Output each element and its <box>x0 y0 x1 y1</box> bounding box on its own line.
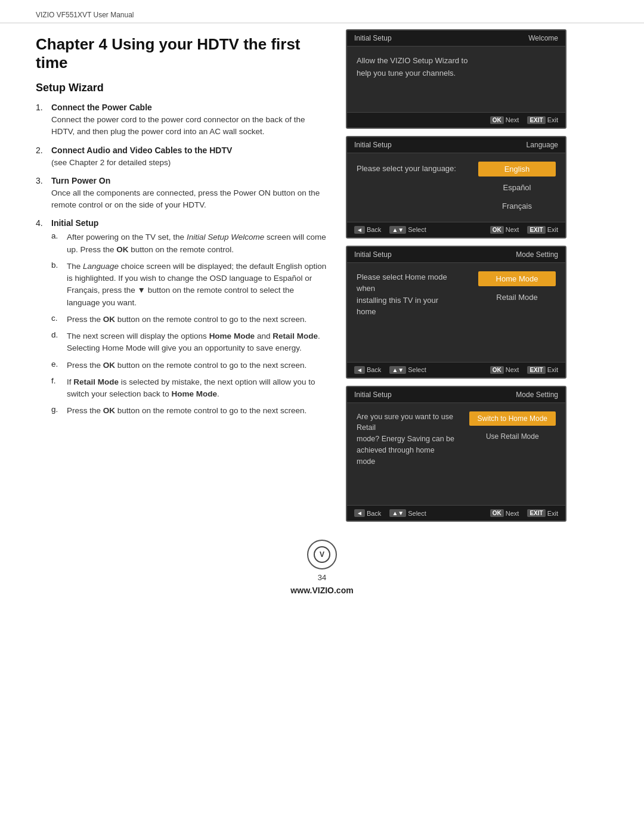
language-label: Please select your language: <box>357 164 456 173</box>
language-option-espanol: Español <box>478 180 556 195</box>
mode-panel: Initial Setup Mode Setting Please select… <box>346 246 566 379</box>
step-number-1: 1. <box>36 103 47 138</box>
language-panel-footer: ◄ Back ▲▼ Select OK Next EXIT Ex <box>347 222 565 237</box>
sub-letter-a: a. <box>51 231 62 256</box>
language-next-btn: OK Next <box>490 226 519 234</box>
back-key-2: ◄ <box>354 366 365 374</box>
vizio-logo-svg: V <box>313 546 331 563</box>
mode-options: Home Mode Retail Mode <box>478 271 556 305</box>
mode-select-label: Select <box>408 366 426 373</box>
sub-letter-f: f. <box>51 376 62 401</box>
mode-panel-header: Initial Setup Mode Setting <box>347 247 565 263</box>
language-panel: Initial Setup Language Please select you… <box>346 136 566 239</box>
step-body-2: (see Chapter 2 for detailed steps) <box>51 157 328 169</box>
switch-panel-header: Initial Setup Mode Setting <box>347 387 565 403</box>
step-body-1: Connect the power cord to the power cord… <box>51 114 328 138</box>
right-column: Initial Setup Welcome Allow the VIZIO Se… <box>346 29 566 522</box>
mode-option-retail: Retail Mode <box>478 290 556 305</box>
mode-back-btn: ◄ Back <box>354 366 381 374</box>
language-option-francais: Français <box>478 199 556 213</box>
exit-key-2: EXIT <box>527 226 545 234</box>
language-header-left: Initial Setup <box>354 141 392 149</box>
back-key-1: ◄ <box>354 226 365 234</box>
mode-option-home: Home Mode <box>478 271 556 286</box>
switch-exit-btn: EXIT Exit <box>527 509 558 517</box>
welcome-panel-footer: OK Next EXIT Exit <box>347 112 565 128</box>
welcome-next-btn: OK Next <box>490 116 519 124</box>
mode-next-label: Next <box>506 366 519 373</box>
language-option-english: English <box>478 162 556 176</box>
ok-key-3: OK <box>490 366 504 374</box>
step-2: 2. Connect Audio and Video Cables to the… <box>36 145 328 169</box>
mode-panel-footer: ◄ Back ▲▼ Select OK Next EXIT Ex <box>347 362 565 377</box>
switch-back-btn: ◄ Back <box>354 509 381 517</box>
switch-panel-footer: ◄ Back ▲▼ Select OK Next EXIT Ex <box>347 505 565 521</box>
mode-exit-btn: EXIT Exit <box>527 366 558 374</box>
mode-footer-left: ◄ Back ▲▼ Select <box>354 366 426 374</box>
page-content: Chapter 4 Using your HDTV the first time… <box>0 29 644 522</box>
mode-label: Please select Home mode wheninstalling t… <box>357 271 458 318</box>
switch-label: Are you sure you want to use Retailmode?… <box>357 411 455 467</box>
welcome-panel: Initial Setup Welcome Allow the VIZIO Se… <box>346 29 566 129</box>
welcome-panel-body: Allow the VIZIO Setup Wizard tohelp you … <box>347 47 565 112</box>
switch-options: Switch to Home Mode Use Retail Mode <box>469 411 556 444</box>
sub-text-d: The next screen will display the options… <box>67 330 328 355</box>
switch-select-btn: ▲▼ Select <box>389 509 426 517</box>
sub-letter-c: c. <box>51 314 62 326</box>
select-key-1: ▲▼ <box>389 226 406 234</box>
language-back-btn: ◄ Back <box>354 226 381 234</box>
svg-text:V: V <box>320 550 324 559</box>
language-select-label: Select <box>408 226 426 233</box>
step-content-3: Turn Power On Once all the components ar… <box>51 176 328 212</box>
switch-next-label: Next <box>506 510 519 517</box>
sub-letter-d: d. <box>51 330 62 355</box>
mode-header-right: Mode Setting <box>516 250 558 259</box>
sub-item-e: e. Press the OK button on the remote con… <box>51 360 328 371</box>
website-url: www.VIZIO.com <box>290 586 353 595</box>
step-1: 1. Connect the Power Cable Connect the p… <box>36 103 328 138</box>
language-panel-header: Initial Setup Language <box>347 137 565 153</box>
step-number-2: 2. <box>36 145 47 169</box>
step-title-1: Connect the Power Cable <box>51 103 328 112</box>
step-3: 3. Turn Power On Once all the components… <box>36 176 328 212</box>
step-title-4: Initial Setup <box>51 218 328 228</box>
language-options: English Español Français <box>478 162 556 213</box>
sub-list: a. After powering on the TV set, the Ini… <box>51 231 328 417</box>
step-number-4: 4. <box>36 218 47 422</box>
exit-key-4: EXIT <box>527 509 545 517</box>
sub-item-a: a. After powering on the TV set, the Ini… <box>51 231 328 256</box>
mode-next-btn: OK Next <box>490 366 519 374</box>
mode-exit-label: Exit <box>547 366 558 373</box>
language-footer-right: OK Next EXIT Exit <box>490 226 558 234</box>
sub-text-f: If Retail Mode is selected by mistake, t… <box>67 376 328 401</box>
mode-panel-spacer <box>347 326 565 362</box>
sub-item-f: f. If Retail Mode is selected by mistake… <box>51 376 328 401</box>
exit-key-1: EXIT <box>527 116 545 124</box>
switch-exit-label: Exit <box>547 510 558 517</box>
step-number-3: 3. <box>36 176 47 212</box>
manual-title: VIZIO VF551XVT User Manual <box>36 11 134 19</box>
step-list: 1. Connect the Power Cable Connect the p… <box>36 103 328 422</box>
back-key-3: ◄ <box>354 509 365 517</box>
mode-panel-body: Please select Home mode wheninstalling t… <box>347 263 565 326</box>
sub-item-b: b. The Language choice screen will be di… <box>51 261 328 309</box>
step-title-3: Turn Power On <box>51 176 328 185</box>
mode-header-left: Initial Setup <box>354 250 392 259</box>
language-select-btn: ▲▼ Select <box>389 226 426 234</box>
ok-key-2: OK <box>490 226 504 234</box>
ok-key: OK <box>490 116 504 124</box>
switch-panel: Initial Setup Mode Setting Are you sure … <box>346 386 566 522</box>
language-exit-label: Exit <box>547 226 558 233</box>
sub-letter-b: b. <box>51 261 62 309</box>
switch-header-left: Initial Setup <box>354 391 392 399</box>
sub-text-c: Press the OK button on the remote contro… <box>67 314 306 326</box>
switch-header-right: Mode Setting <box>516 391 558 399</box>
welcome-text: Allow the VIZIO Setup Wizard tohelp you … <box>357 55 556 80</box>
switch-next-btn: OK Next <box>490 509 519 517</box>
welcome-next-label: Next <box>506 116 519 123</box>
language-panel-body: Please select your language: English Esp… <box>347 153 565 222</box>
sub-text-g: Press the OK button on the remote contro… <box>67 405 306 417</box>
switch-select-label: Select <box>408 510 426 517</box>
page-footer: V 34 www.VIZIO.com <box>0 522 644 607</box>
page-number: 34 <box>318 573 326 582</box>
